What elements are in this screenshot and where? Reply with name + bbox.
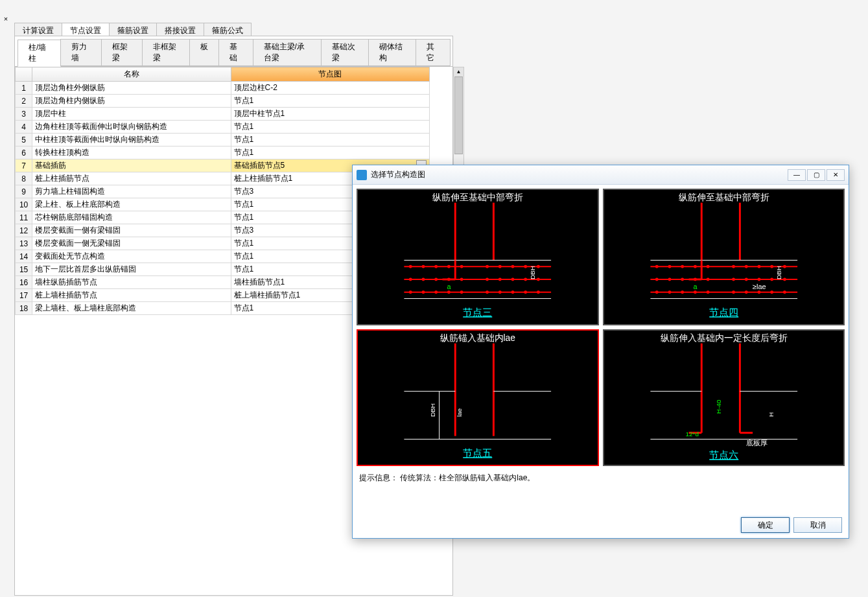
sub-tab-8[interactable]: 砌体结构 (368, 39, 416, 66)
row-index: 1 (16, 82, 32, 95)
sub-tab-6[interactable]: 基础主梁/承台梁 (253, 39, 322, 66)
row-name[interactable]: 基础插筋 (32, 159, 231, 172)
svg-point-79 (782, 278, 786, 281)
svg-point-53 (655, 290, 658, 294)
svg-text:DBH: DBH (775, 266, 782, 279)
row-node[interactable]: 顶层中柱节点1 (231, 108, 429, 121)
svg-point-36 (537, 278, 540, 281)
svg-point-58 (681, 278, 684, 281)
page-close-icon[interactable]: × (1, 14, 10, 23)
col-index (16, 67, 32, 82)
row-name[interactable]: 桩上墙柱插筋节点 (32, 289, 231, 302)
row-name[interactable]: 地下一层比首层多出纵筋锚固 (32, 263, 231, 276)
row-node[interactable]: 节点1 (231, 134, 429, 146)
row-name[interactable]: 剪力墙上柱锚固构造 (32, 185, 231, 198)
svg-point-71 (744, 290, 747, 294)
table-row[interactable]: 1顶层边角柱外侧纵筋顶层边柱C-2 (16, 82, 430, 95)
row-index: 14 (16, 250, 32, 263)
col-node[interactable]: 节点图 (231, 67, 429, 82)
scroll-up-icon[interactable]: ▲ (454, 67, 463, 76)
table-row[interactable]: 5中柱柱顶等截面伸出时纵向钢筋构造节点1 (16, 134, 430, 146)
row-name[interactable]: 梁上墙柱、板上墙柱底部构造 (32, 302, 231, 315)
svg-text:DBH: DBH (529, 266, 536, 279)
svg-point-28 (499, 290, 502, 294)
row-name[interactable]: 边角柱柱顶等截面伸出时纵向钢筋构造 (32, 121, 231, 134)
row-node[interactable]: 节点1 (231, 146, 429, 159)
dialog-minimize-button[interactable]: — (788, 169, 806, 181)
svg-point-74 (757, 290, 760, 294)
node-thumb-3[interactable]: 纵筋伸至基础中部弯折 a DBH 节点三 (357, 189, 599, 325)
svg-point-72 (757, 265, 760, 268)
dialog-maximize-button[interactable]: ▢ (807, 169, 825, 181)
sub-tab-9[interactable]: 其它 (416, 39, 451, 66)
table-row[interactable]: 2顶层边角柱内侧纵筋节点1 (16, 95, 430, 108)
row-name[interactable]: 变截面处无节点构造 (32, 250, 231, 263)
row-index: 8 (16, 172, 32, 185)
sub-tab-4[interactable]: 板 (189, 39, 219, 66)
row-name[interactable]: 楼层变截面一侧有梁锚固 (32, 224, 231, 237)
svg-point-23 (486, 265, 489, 268)
svg-point-54 (668, 265, 671, 268)
table-row[interactable]: 6转换柱柱顶构造节点1 (16, 146, 430, 159)
row-index: 4 (16, 121, 32, 134)
row-name[interactable]: 顶层边角柱内侧纵筋 (32, 95, 231, 108)
row-name[interactable]: 顶层边角柱外侧纵筋 (32, 82, 231, 95)
row-name[interactable]: 梁上柱、板上柱底部构造 (32, 198, 231, 211)
sub-tabs: 柱/墙柱剪力墙框架梁非框架梁板基础基础主梁/承台梁基础次梁砌体结构其它 (15, 36, 452, 67)
sub-tab-0[interactable]: 柱/墙柱 (18, 40, 61, 67)
sub-tab-7[interactable]: 基础次梁 (321, 39, 369, 66)
svg-point-75 (770, 265, 773, 268)
col-name[interactable]: 名称 (32, 67, 231, 82)
svg-point-62 (693, 290, 696, 294)
svg-point-56 (668, 290, 671, 294)
cancel-button[interactable]: 取消 (793, 517, 842, 533)
svg-point-29 (511, 265, 515, 268)
table-row[interactable]: 4边角柱柱顶等截面伸出时纵向钢筋构造节点1 (16, 121, 430, 134)
svg-text:H: H (767, 412, 774, 417)
table-row[interactable]: 3顶层中柱顶层中柱节点1 (16, 108, 430, 121)
row-node[interactable]: 顶层边柱C-2 (231, 82, 429, 95)
sub-tab-2[interactable]: 框架梁 (101, 39, 143, 66)
node-thumb-4[interactable]: 纵筋伸至基础中部弯折 a ≥lae DBH 节点四 (603, 189, 845, 325)
svg-point-80 (782, 290, 786, 294)
sub-tab-3[interactable]: 非框架梁 (142, 39, 190, 66)
select-node-dialog: 选择节点构造图 — ▢ ✕ 纵筋伸至基础中部弯折 a DBH 节点三 纵筋伸至基… (352, 165, 849, 539)
svg-point-12 (422, 278, 425, 281)
sub-tab-5[interactable]: 基础 (218, 39, 253, 66)
svg-point-66 (732, 265, 735, 268)
svg-text:纵筋锚入基础内lae: 纵筋锚入基础内lae (440, 333, 516, 343)
svg-point-70 (744, 278, 747, 281)
sub-tab-1[interactable]: 剪力墙 (60, 39, 102, 66)
dialog-icon (357, 170, 367, 180)
node-thumb-6[interactable]: 纵筋伸入基础内一定长度后弯折 12*d H-40 H 底板厚 节点六 (603, 329, 845, 466)
row-index: 11 (16, 211, 32, 224)
svg-point-59 (681, 290, 684, 294)
row-node[interactable]: 节点1 (231, 121, 429, 134)
svg-point-33 (524, 278, 527, 281)
svg-text:a: a (693, 283, 698, 290)
svg-point-13 (422, 290, 425, 294)
row-name[interactable]: 芯柱钢筋底部锚固构造 (32, 211, 231, 224)
svg-point-76 (770, 278, 773, 281)
row-name[interactable]: 楼层变截面一侧无梁锚固 (32, 237, 231, 250)
dialog-titlebar[interactable]: 选择节点构造图 — ▢ ✕ (353, 165, 849, 185)
svg-text:≥lae: ≥lae (753, 283, 766, 290)
row-name[interactable]: 桩上柱插筋节点 (32, 172, 231, 185)
row-name[interactable]: 墙柱纵筋插筋节点 (32, 276, 231, 289)
row-name[interactable]: 顶层中柱 (32, 108, 231, 121)
svg-point-78 (782, 265, 786, 268)
node-thumb-5[interactable]: 纵筋锚入基础内lae DBH lae 节点五 (357, 329, 599, 466)
svg-point-17 (447, 265, 451, 268)
svg-point-15 (434, 278, 438, 281)
svg-point-68 (732, 290, 735, 294)
scroll-thumb[interactable] (454, 76, 463, 154)
row-node[interactable]: 节点1 (231, 95, 429, 108)
row-name[interactable]: 中柱柱顶等截面伸出时纵向钢筋构造 (32, 134, 231, 146)
svg-point-51 (655, 265, 658, 268)
ok-button[interactable]: 确定 (741, 517, 790, 533)
row-name[interactable]: 转换柱柱顶构造 (32, 146, 231, 159)
svg-point-77 (770, 290, 773, 294)
dialog-close-button[interactable]: ✕ (827, 169, 845, 181)
svg-point-64 (706, 278, 709, 281)
svg-text:纵筋伸入基础内一定长度后弯折: 纵筋伸入基础内一定长度后弯折 (660, 333, 787, 343)
